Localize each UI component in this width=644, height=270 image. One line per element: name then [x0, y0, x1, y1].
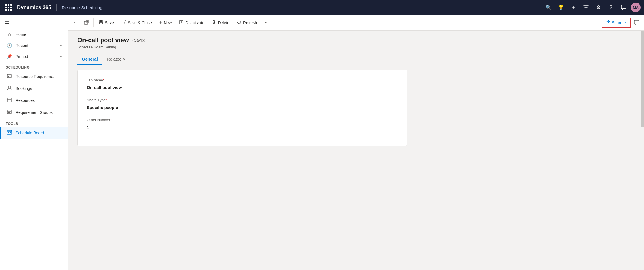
share-label: Share: [612, 20, 622, 25]
scrollbar[interactable]: [641, 31, 644, 270]
sidebar-item-resources[interactable]: Resources: [0, 94, 68, 106]
back-button[interactable]: ←: [71, 18, 81, 28]
order-number-value[interactable]: 1: [87, 124, 398, 131]
svg-point-11: [9, 112, 10, 113]
sidebar-item-recent[interactable]: 🕐 Recent ∨: [0, 40, 68, 51]
nav-separator: [56, 4, 57, 11]
form-card: Tab name* On-call pool view Share Type* …: [77, 70, 407, 146]
svg-rect-19: [100, 20, 102, 22]
tab-related[interactable]: Related ∨: [102, 54, 130, 65]
app-name: Dynamics 365: [17, 5, 51, 11]
search-icon[interactable]: 🔍: [543, 2, 554, 13]
record-saved-label: - Saved: [132, 38, 145, 42]
refresh-icon: [237, 20, 241, 26]
record-subtitle: Schedule Board Setting: [77, 45, 631, 49]
related-chevron-icon: ∨: [123, 57, 125, 61]
save-close-button[interactable]: Save & Close: [118, 18, 155, 27]
svg-rect-1: [7, 74, 11, 78]
order-number-field: Order Number* 1: [87, 118, 398, 131]
tab-name-value[interactable]: On-call pool view: [87, 84, 398, 91]
schedule-board-icon: [7, 130, 12, 136]
svg-point-10: [8, 112, 9, 113]
share-button[interactable]: Share ∨: [602, 18, 631, 28]
home-icon: ⌂: [7, 32, 12, 37]
sidebar-item-schedule-board[interactable]: Schedule Board: [0, 127, 68, 139]
delete-button[interactable]: Delete: [208, 18, 233, 27]
refresh-label: Refresh: [243, 20, 257, 25]
sidebar-resources-label: Resources: [16, 98, 35, 103]
share-type-value[interactable]: Specific people: [87, 104, 398, 111]
req-groups-icon: [7, 109, 12, 116]
deactivate-icon: [179, 20, 184, 26]
new-plus-icon: +: [159, 20, 162, 26]
resource-req-icon: [7, 73, 12, 80]
filter-icon[interactable]: [581, 2, 591, 13]
save-close-label: Save & Close: [128, 20, 152, 25]
save-close-icon: [121, 20, 126, 26]
sidebar-req-groups-label: Requirement Groups: [16, 110, 53, 115]
main-layout: ☰ ⌂ Home 🕐 Recent ∨ 📌 Pinned ∨ Schedulin…: [0, 15, 644, 270]
toolbar-sep-1: [93, 18, 94, 27]
content-area: ← Save Save & Close + New: [68, 15, 644, 270]
sidebar-hamburger[interactable]: ☰: [0, 15, 68, 29]
sidebar-schedule-board-label: Schedule Board: [16, 131, 44, 135]
sidebar-item-requirement-groups[interactable]: Requirement Groups: [0, 106, 68, 118]
tab-related-label: Related: [107, 57, 122, 61]
plus-icon[interactable]: +: [568, 2, 579, 13]
resources-icon: [7, 97, 12, 104]
chat-button[interactable]: [631, 18, 642, 28]
waffle-menu[interactable]: [3, 2, 14, 13]
sidebar-recent-label: Recent: [16, 43, 28, 48]
svg-rect-14: [8, 132, 9, 133]
sidebar-item-resource-requirements[interactable]: Resource Requireme...: [0, 71, 68, 83]
lightbulb-icon[interactable]: 💡: [556, 2, 566, 13]
deactivate-label: Deactivate: [185, 20, 204, 25]
sidebar-item-home[interactable]: ⌂ Home: [0, 29, 68, 40]
sidebar: ☰ ⌂ Home 🕐 Recent ∨ 📌 Pinned ∨ Schedulin…: [0, 15, 68, 270]
help-icon[interactable]: ?: [606, 2, 616, 13]
sidebar-home-label: Home: [16, 32, 26, 37]
order-number-required: *: [110, 118, 112, 122]
open-in-new-button[interactable]: [81, 18, 92, 28]
toolbar: ← Save Save & Close + New: [68, 15, 644, 31]
share-chevron-icon: ∨: [625, 21, 627, 24]
svg-rect-8: [7, 110, 11, 114]
top-navbar: Dynamics 365 Resource Scheduling 🔍 💡 + ⚙…: [0, 0, 644, 15]
bookings-icon: [7, 85, 12, 92]
clock-icon: 🕐: [7, 43, 12, 48]
deactivate-button[interactable]: Deactivate: [176, 18, 208, 27]
avatar[interactable]: MA: [631, 3, 641, 12]
new-button[interactable]: + New: [156, 18, 175, 27]
save-label: Save: [105, 20, 114, 25]
hamburger-icon: ☰: [5, 19, 9, 25]
new-label: New: [164, 20, 172, 25]
more-button[interactable]: ···: [261, 18, 270, 27]
sidebar-pinned-label: Pinned: [16, 54, 28, 59]
chat-nav-icon[interactable]: [618, 2, 629, 13]
sidebar-item-pinned[interactable]: 📌 Pinned ∨: [0, 51, 68, 62]
sidebar-bookings-label: Bookings: [16, 86, 32, 91]
save-icon: [99, 20, 103, 26]
tab-name-label: Tab name*: [87, 78, 398, 82]
svg-rect-15: [10, 132, 11, 133]
refresh-button[interactable]: Refresh: [233, 18, 260, 27]
sidebar-item-bookings[interactable]: Bookings: [0, 83, 68, 94]
save-button[interactable]: Save: [95, 18, 117, 27]
svg-rect-5: [7, 98, 11, 102]
gear-icon[interactable]: ⚙: [593, 2, 604, 13]
delete-label: Delete: [218, 20, 229, 25]
svg-point-3: [8, 76, 9, 77]
svg-rect-20: [100, 22, 102, 24]
svg-rect-27: [634, 20, 639, 24]
recent-chevron-icon: ∨: [60, 44, 62, 48]
order-number-label: Order Number*: [87, 118, 398, 122]
pin-icon: 📌: [7, 54, 12, 59]
share-type-field: Share Type* Specific people: [87, 98, 398, 111]
share-type-label: Share Type*: [87, 98, 398, 102]
tabs-bar: General Related ∨: [77, 54, 631, 65]
delete-icon: [212, 20, 216, 26]
scrollbar-thumb[interactable]: [641, 31, 644, 127]
tab-general[interactable]: General: [77, 54, 102, 65]
svg-rect-16: [84, 21, 88, 24]
tab-general-label: General: [82, 57, 98, 61]
